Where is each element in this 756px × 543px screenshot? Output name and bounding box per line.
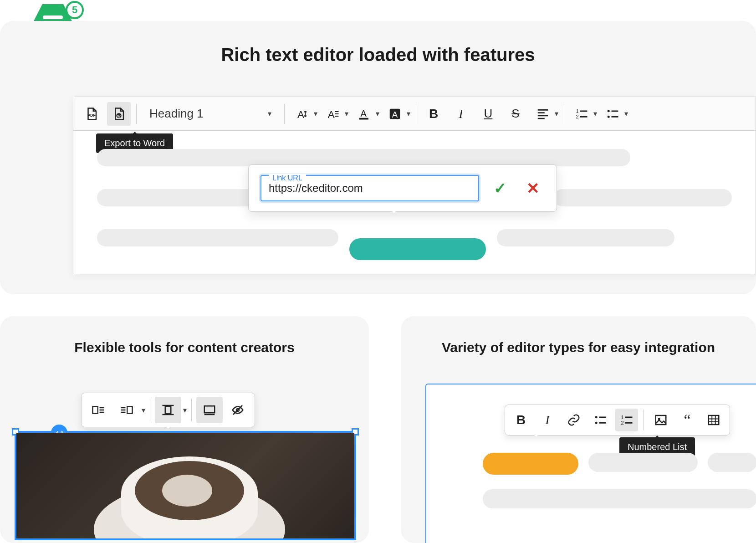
font-bg-icon: A [388, 107, 402, 121]
svg-text:A: A [361, 108, 367, 118]
skeleton-line [97, 229, 338, 246]
font-size-button[interactable]: A [290, 102, 314, 126]
link-target-selection [349, 238, 486, 260]
chevron-down-icon: ▾ [345, 109, 348, 118]
italic-button[interactable]: I [449, 102, 473, 126]
link-icon [567, 413, 581, 427]
chevron-down-icon: ▾ [624, 109, 628, 118]
bullet-list-icon [606, 107, 619, 121]
chevron-down-icon: ▾ [268, 109, 271, 118]
image-toolbar: ▾ ▾ [81, 393, 255, 427]
skeleton-line [708, 453, 756, 472]
card-left: Flexible tools for content creators ▾ ▾ … [0, 316, 369, 543]
link-popover: Link URL ✓ ✕ [248, 164, 557, 212]
eye-off-icon [231, 403, 245, 417]
confirm-button[interactable]: ✓ [488, 179, 512, 197]
heading-label: Heading 1 [149, 107, 204, 121]
bullet-list-button[interactable] [601, 102, 624, 126]
svg-rect-6 [359, 118, 368, 119]
img-align-left-icon [92, 403, 105, 417]
image-button[interactable] [649, 409, 672, 431]
svg-text:1: 1 [576, 108, 579, 113]
logo-badge: 5 [66, 1, 84, 19]
svg-rect-16 [204, 406, 215, 413]
cancel-button[interactable]: ✕ [521, 179, 545, 197]
chevron-down-icon[interactable]: ▾ [142, 406, 145, 415]
svg-text:A: A [297, 108, 304, 120]
chevron-down-icon[interactable]: ▾ [183, 406, 187, 415]
align-right-button[interactable] [113, 397, 140, 423]
align-center-button[interactable] [155, 397, 181, 423]
svg-text:1: 1 [621, 415, 624, 420]
main-toolbar: PDF W Heading 1 ▾ A ▾ A ▾ A ▾ [73, 97, 756, 131]
underline-button[interactable]: U [476, 102, 500, 126]
font-color-button[interactable]: A [352, 102, 376, 126]
blockquote-button[interactable]: “ [676, 409, 699, 431]
font-bg-button[interactable]: A [383, 102, 407, 126]
bold-button[interactable]: B [422, 102, 445, 126]
svg-text:W: W [117, 114, 121, 118]
svg-rect-13 [93, 407, 98, 414]
align-left-button[interactable] [85, 397, 112, 423]
left-title: Flexible tools for content creators [0, 340, 369, 355]
svg-rect-14 [127, 407, 132, 414]
numbered-list-button[interactable]: 12 [615, 409, 638, 431]
chevron-down-icon: ▾ [555, 109, 558, 118]
strike-button[interactable]: S [504, 102, 527, 126]
balloon-toolbar: B I 12 “ [505, 405, 730, 435]
image-icon [654, 413, 668, 427]
img-align-center-icon [161, 403, 175, 417]
svg-text:A: A [328, 108, 335, 120]
chevron-down-icon: ▾ [314, 109, 317, 118]
link-button[interactable] [562, 409, 585, 431]
editor-content[interactable]: Link URL ✓ ✕ [73, 131, 756, 287]
font-color-icon: A [357, 107, 371, 121]
img-full-icon [203, 403, 216, 417]
skeleton-line [97, 149, 630, 166]
export-pdf-button[interactable]: PDF [80, 102, 103, 126]
numbered-list-icon: 12 [620, 413, 633, 427]
numbered-list-button[interactable]: 12 [570, 102, 593, 126]
align-icon [536, 107, 550, 121]
svg-point-19 [595, 422, 598, 424]
font-size-icon: A [295, 107, 309, 121]
font-family-button[interactable]: A [321, 102, 345, 126]
link-url-label: Link URL [269, 174, 306, 182]
svg-point-12 [608, 115, 610, 118]
svg-text:A: A [392, 109, 398, 119]
selection-highlight [483, 453, 578, 475]
skeleton-line [497, 229, 674, 246]
skeleton-line [483, 489, 756, 508]
svg-point-11 [608, 110, 610, 112]
right-title: Variety of editor types for easy integra… [401, 340, 756, 355]
skeleton-line [588, 453, 698, 472]
chevron-down-icon: ▾ [376, 109, 379, 118]
align-button[interactable] [531, 102, 555, 126]
svg-text:2: 2 [576, 114, 579, 119]
svg-rect-24 [709, 415, 719, 425]
heading-select[interactable]: Heading 1 ▾ [142, 102, 279, 126]
svg-rect-22 [656, 415, 666, 425]
pdf-icon: PDF [85, 107, 98, 121]
italic-button[interactable]: I [536, 409, 559, 431]
chevron-down-icon: ▾ [407, 109, 410, 118]
image-selection[interactable]: ↩ [15, 431, 356, 540]
numbered-list-icon: 12 [575, 107, 588, 121]
word-icon: W [112, 107, 126, 121]
card-right: Variety of editor types for easy integra… [401, 316, 756, 543]
img-align-right-icon [120, 403, 133, 417]
bullet-list-button[interactable] [589, 409, 612, 431]
balloon-editor[interactable]: B I 12 “ Numbered List [425, 384, 756, 543]
svg-rect-15 [165, 407, 171, 414]
full-width-button[interactable] [196, 397, 223, 423]
export-word-button[interactable]: W [107, 102, 131, 126]
svg-point-18 [595, 416, 598, 418]
skeleton-line [554, 189, 732, 206]
svg-text:2: 2 [621, 420, 624, 425]
toggle-caption-button[interactable] [225, 397, 251, 423]
image-placeholder [16, 433, 354, 538]
table-button[interactable] [702, 409, 725, 431]
bullet-list-icon [593, 413, 607, 427]
bold-button[interactable]: B [510, 409, 532, 431]
chevron-down-icon: ▾ [593, 109, 597, 118]
